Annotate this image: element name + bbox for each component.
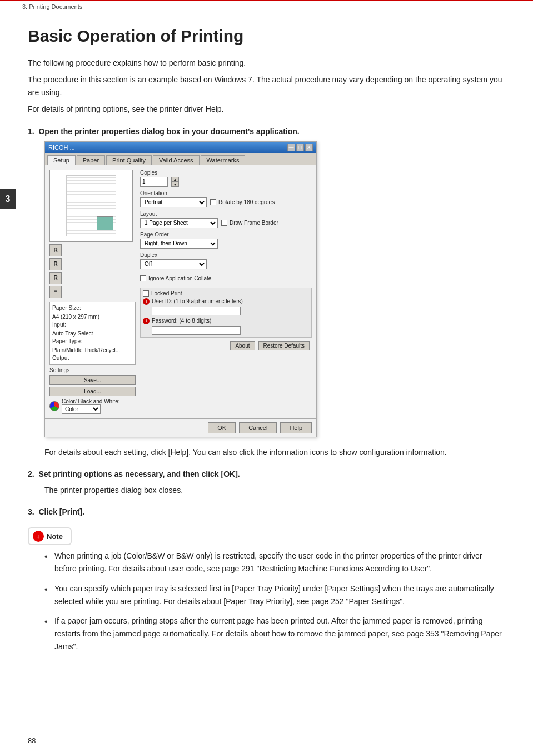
user-id-row: i User ID: (1 to 9 alphanumeric letters) — [143, 298, 309, 305]
locked-print-label: Locked Print — [151, 290, 182, 297]
copies-spinner: ▲ ▼ — [171, 177, 179, 187]
bullet-2: You can specify which paper tray is sele… — [44, 582, 505, 608]
page-order-row: Right, then Down — [140, 239, 312, 249]
copies-row: ▲ ▼ — [140, 177, 312, 187]
r-button-4[interactable]: ≡ — [49, 286, 62, 298]
duplex-row: Off — [140, 259, 312, 269]
color-bw-label-text: Color/ Black and White: Color — [62, 398, 120, 414]
r-button-1[interactable]: R — [49, 244, 62, 256]
page-number: 88 — [28, 737, 36, 745]
step-3-text: Click [Print]. — [38, 507, 84, 516]
duplex-select[interactable]: Off — [140, 259, 207, 269]
step-1: 1. Open the printer properties dialog bo… — [28, 127, 505, 458]
copies-down[interactable]: ▼ — [171, 182, 179, 187]
settings-section: Settings Save... Load... — [49, 367, 136, 396]
bullet-1: When printing a job (Color/B&W or B&W on… — [44, 550, 505, 575]
load-button[interactable]: Load... — [49, 387, 136, 396]
step-2-number: 2. — [28, 470, 34, 478]
step-3-header: 3. Click [Print]. — [28, 507, 505, 516]
layout-select[interactable]: 1 Page per Sheet — [140, 218, 218, 228]
password-info-icon[interactable]: i — [143, 318, 150, 324]
page-order-select[interactable]: Right, then Down — [140, 239, 218, 249]
ignore-app-row: Ignore Application Collate — [140, 275, 312, 281]
orientation-group: Orientation Portrait Rotate by 180 degre… — [140, 190, 312, 207]
ignore-app-checkbox[interactable] — [140, 275, 146, 281]
password-input[interactable] — [152, 326, 241, 335]
tab-print-quality[interactable]: Print Quality — [106, 155, 152, 165]
r-button-3[interactable]: R — [49, 272, 62, 284]
page-title: Basic Operation of Printing — [28, 27, 505, 46]
duplex-label: Duplex — [140, 252, 312, 258]
copies-up[interactable]: ▲ — [171, 177, 179, 182]
orientation-row: Portrait Rotate by 180 degrees — [140, 197, 312, 207]
r-button-2[interactable]: R — [49, 258, 62, 270]
locked-print-checkbox[interactable] — [143, 290, 149, 297]
note-bullets: When printing a job (Color/B&W or B&W on… — [44, 550, 505, 653]
bullet-3: If a paper jam occurs, printing stops af… — [44, 615, 505, 653]
dialog-titlebar-buttons: — □ ✕ — [287, 144, 313, 151]
password-label: Password: (4 to 8 digits) — [152, 318, 211, 324]
tab-setup[interactable]: Setup — [47, 155, 76, 165]
draw-frame-checkbox[interactable] — [221, 220, 227, 226]
user-id-input[interactable] — [152, 307, 241, 315]
step-1-after-text: For details about each setting, click [H… — [44, 446, 505, 458]
duplex-group: Duplex Off — [140, 252, 312, 269]
color-circle-icon — [49, 401, 59, 411]
paper-info-box: Paper Size: A4 (210 x 297 mm) Input: Aut… — [49, 302, 136, 365]
page-order-label: Page Order — [140, 231, 312, 238]
note-label-text: Note — [47, 532, 63, 541]
rotate-checkbox[interactable] — [210, 199, 216, 205]
step-1-text: Open the printer properties dialog box i… — [38, 127, 299, 136]
tab-valid-access[interactable]: Valid Access — [153, 155, 200, 165]
color-select[interactable]: Color — [62, 404, 101, 414]
layout-row: 1 Page per Sheet Draw Frame Border — [140, 218, 312, 228]
save-button[interactable]: Save... — [49, 375, 136, 385]
draw-frame-row: Draw Frame Border — [221, 220, 278, 226]
note-box: ↓ Note — [28, 527, 72, 545]
svg-text:↓: ↓ — [37, 533, 40, 540]
chapter-label: 3. Printing Documents — [0, 1, 533, 10]
cancel-button[interactable]: Cancel — [239, 422, 277, 433]
user-id-label: User ID: (1 to 9 alphanumeric letters) — [152, 298, 243, 304]
dialog-title: RICOH ... — [48, 144, 75, 151]
tab-watermarks[interactable]: Watermarks — [201, 155, 246, 165]
step-1-header: 1. Open the printer properties dialog bo… — [28, 127, 505, 136]
restore-defaults-button[interactable]: Restore Defaults — [258, 341, 310, 350]
paper-size-label: Paper Size: — [52, 304, 133, 312]
intro-para-1: The following procedure explains how to … — [28, 57, 505, 69]
print-preview — [49, 170, 133, 242]
tab-paper[interactable]: Paper — [77, 155, 105, 165]
rotate-checkbox-row: Rotate by 180 degrees — [210, 199, 275, 205]
paper-type-label: Paper Type: — [52, 338, 133, 345]
intro-para-3: For details of printing options, see the… — [28, 103, 505, 115]
paper-type-value: Plain/Middle Thick/Recycl... — [52, 347, 133, 354]
step-3: 3. Click [Print]. — [28, 507, 505, 516]
color-label: Color/ Black and White: — [62, 398, 120, 404]
settings-label: Settings — [49, 367, 136, 373]
rotate-label: Rotate by 180 degrees — [218, 199, 275, 205]
dialog-screenshot: RICOH ... — □ ✕ Setup Paper Print Qualit… — [44, 141, 317, 437]
preview-inner — [66, 175, 116, 236]
locked-print-row: Locked Print — [143, 290, 309, 297]
locked-print-section: Locked Print i User ID: (1 to 9 alphanum… — [140, 288, 312, 338]
copies-group: Copies ▲ ▼ — [140, 170, 312, 187]
copies-input[interactable] — [140, 177, 168, 187]
step-2: 2. Set printing options as necessary, an… — [28, 470, 505, 496]
ignore-app-label: Ignore Application Collate — [148, 275, 211, 281]
dialog-footer: OK Cancel Help — [45, 418, 316, 437]
step-3-number: 3. — [28, 507, 34, 516]
about-restore-row: About Restore Defaults — [140, 341, 312, 350]
about-button[interactable]: About — [230, 341, 255, 350]
help-button[interactable]: Help — [280, 422, 312, 433]
ok-button[interactable]: OK — [208, 422, 236, 433]
intro-para-2: The procedure in this section is an exam… — [28, 73, 505, 98]
orientation-select[interactable]: Portrait — [140, 197, 207, 207]
output-label: Output — [52, 354, 133, 362]
chapter-tab: 3 — [0, 189, 16, 209]
dialog-titlebar: RICOH ... — □ ✕ — [45, 142, 316, 153]
close-button[interactable]: ✕ — [305, 144, 313, 151]
user-id-info-icon[interactable]: i — [143, 298, 150, 305]
maximize-button[interactable]: □ — [296, 144, 304, 151]
orientation-label: Orientation — [140, 190, 312, 196]
minimize-button[interactable]: — — [287, 144, 295, 151]
